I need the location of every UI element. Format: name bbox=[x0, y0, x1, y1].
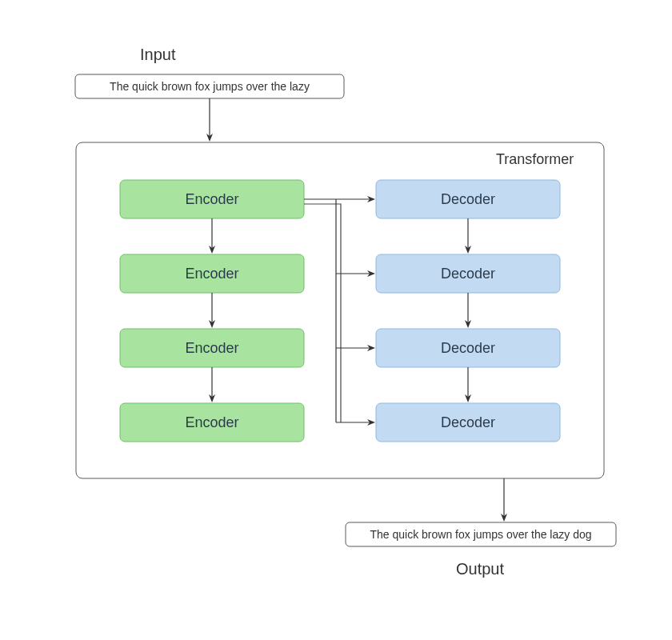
cross-trunk-2 bbox=[304, 204, 341, 422]
encoder-label-1: Encoder bbox=[185, 191, 238, 207]
encoder-label-2: Encoder bbox=[185, 266, 238, 282]
decoder-label-3: Decoder bbox=[441, 340, 495, 356]
input-text: The quick brown fox jumps over the lazy bbox=[110, 80, 310, 93]
input-label: Input bbox=[140, 46, 176, 63]
decoder-label-1: Decoder bbox=[441, 191, 495, 207]
transformer-label: Transformer bbox=[496, 151, 574, 167]
decoder-label-2: Decoder bbox=[441, 266, 495, 282]
encoder-label-3: Encoder bbox=[185, 340, 238, 356]
encoder-label-4: Encoder bbox=[185, 414, 238, 430]
transformer-diagram: Input The quick brown fox jumps over the… bbox=[0, 0, 672, 640]
output-text: The quick brown fox jumps over the lazy … bbox=[370, 528, 591, 541]
output-label: Output bbox=[456, 560, 504, 578]
encoders-column: Encoder Encoder Encoder Encoder bbox=[120, 180, 304, 442]
decoders-column: Decoder Decoder Decoder Decoder bbox=[376, 180, 560, 442]
decoder-label-4: Decoder bbox=[441, 414, 495, 430]
